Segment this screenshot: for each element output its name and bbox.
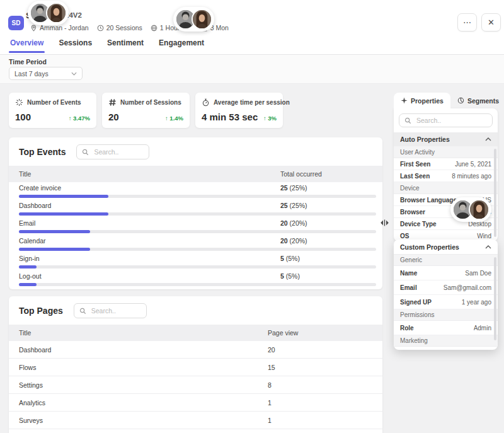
- sparkle-icon: [15, 98, 23, 107]
- property-group-header: Generic: [394, 255, 498, 266]
- properties-search-input[interactable]: [415, 116, 487, 125]
- property-group-header: User Activity: [394, 146, 498, 158]
- page-title: Surveys: [19, 417, 43, 424]
- search-icon: [82, 149, 89, 156]
- custom-properties-scrollbar[interactable]: [494, 257, 496, 340]
- property-label: Last Seen: [400, 173, 430, 180]
- panel-tab-label: Segments: [467, 97, 499, 105]
- top-pages-search: [74, 303, 147, 318]
- event-bar-track: [19, 230, 376, 233]
- event-bar-track: [19, 248, 376, 251]
- chevron-up-icon[interactable]: [485, 245, 491, 249]
- top-events-search-input[interactable]: [93, 147, 144, 156]
- stat-card-title: Average time per session: [214, 99, 290, 106]
- tab-overview[interactable]: Overview: [10, 38, 43, 53]
- table-row[interactable]: Settings8: [9, 376, 382, 394]
- custom-properties-header[interactable]: Custom Properties: [394, 240, 498, 255]
- sparkle-4-icon: [401, 97, 408, 104]
- property-row: Signed UP1 year ago: [394, 295, 498, 309]
- table-row[interactable]: Surveys1: [9, 412, 382, 429]
- table-row[interactable]: Dashboard20: [9, 341, 382, 359]
- property-label: Role: [400, 325, 414, 332]
- custom-properties-card: Custom Properties GenericNameSam DoeEmai…: [394, 240, 498, 350]
- time-period-label: Time Period: [9, 58, 47, 66]
- property-label: First Seen: [400, 161, 430, 168]
- close-button[interactable]: ✕: [481, 13, 501, 32]
- column-total-occurred: Total occurred: [280, 170, 322, 178]
- table-row[interactable]: Analytics1: [9, 394, 382, 412]
- table-row[interactable]: Flows15: [9, 359, 382, 376]
- property-label: Name: [400, 270, 417, 277]
- event-bar-fill: [19, 248, 90, 251]
- property-value: Sam Doe: [465, 270, 491, 277]
- time-period-value: Last 7 days: [14, 70, 49, 78]
- stopwatch-icon: [202, 98, 210, 107]
- stat-card-body: 100↑ 3.47%: [15, 112, 90, 122]
- stat-card-title: Number of Events: [27, 99, 81, 106]
- property-row: Marketing ChannelOrganic: [394, 347, 498, 350]
- tab-properties[interactable]: Properties: [394, 93, 450, 108]
- table-row[interactable]: Sign-in5 (5%): [9, 253, 382, 270]
- column-title: Title: [19, 170, 31, 178]
- event-count: 20 (20%): [280, 237, 307, 245]
- stat-card: Number of Sessions20↑ 1.4%: [102, 93, 190, 128]
- panel-resize-handle[interactable]: [379, 218, 390, 226]
- event-title: Calendar: [19, 237, 46, 245]
- page-title: Settings: [19, 381, 43, 389]
- page-view-count: 1: [268, 399, 272, 407]
- stat-card-value: 20: [108, 112, 119, 122]
- property-label: Device Type: [400, 221, 437, 228]
- event-bar-fill: [19, 283, 37, 286]
- stat-card-header: Number of Sessions: [108, 98, 183, 107]
- top-pages-table-header: Title Page view: [9, 325, 382, 341]
- top-pages-rows: Dashboard20Flows15Settings8Analytics1Sur…: [9, 341, 382, 433]
- time-period-select[interactable]: Last 7 days: [9, 67, 83, 80]
- segments-pie-icon: [457, 97, 464, 104]
- auto-properties-scrollbar[interactable]: [494, 149, 496, 237]
- page-title: Flows: [19, 364, 36, 371]
- chevron-up-icon[interactable]: [485, 137, 491, 141]
- top-pages-title: Top Pages: [19, 306, 63, 316]
- auto-properties-header[interactable]: Auto Properties: [394, 132, 498, 146]
- event-count: 5 (5%): [280, 272, 300, 280]
- stat-card: Average time per session4 min 53 sec↑ 3%: [195, 93, 283, 128]
- panel-tab-label: Properties: [411, 97, 444, 105]
- location-pin-icon: [30, 25, 37, 32]
- table-row[interactable]: Email20 (20%): [9, 217, 382, 235]
- event-bar-track: [19, 265, 376, 268]
- avatar-woman-photo: [192, 9, 212, 30]
- tab-engagement[interactable]: Engagement: [159, 38, 204, 53]
- user-initials-badge: SD: [8, 16, 24, 30]
- hash-icon: [108, 98, 117, 107]
- tab-sentiment[interactable]: Sentiment: [107, 38, 144, 53]
- presence-avatar-group: [173, 7, 214, 32]
- more-options-button[interactable]: ⋯: [457, 13, 477, 32]
- property-label: Browser Language: [400, 197, 457, 204]
- event-count: 5 (5%): [280, 255, 300, 262]
- property-group-header: Marketing: [394, 335, 498, 347]
- top-pages-search-input[interactable]: [90, 306, 141, 315]
- tab-segments[interactable]: Segments: [450, 93, 504, 108]
- table-row[interactable]: Log-out5 (5%): [9, 270, 382, 288]
- property-value: June 5, 2021: [455, 161, 491, 168]
- property-row: Last Seen8 minutes ago: [394, 170, 498, 182]
- stat-card-value: 4 min 53 sec: [202, 112, 258, 122]
- event-count: 25 (25%): [280, 202, 307, 209]
- globe-icon: [151, 25, 158, 32]
- stat-card-change: ↑ 3.47%: [69, 115, 90, 122]
- auto-properties-title: Auto Properties: [400, 136, 450, 143]
- avatar-woman-photo: [46, 3, 67, 23]
- properties-panel-tabs: PropertiesSegments: [394, 93, 504, 108]
- table-row[interactable]: Calendar20 (20%): [9, 235, 382, 253]
- table-row[interactable]: NPS1: [9, 429, 382, 433]
- page-view-count: 8: [268, 381, 272, 389]
- header-actions: ⋯ ✕: [457, 13, 501, 32]
- property-label: Signed UP: [400, 299, 432, 306]
- tab-sessions[interactable]: Sessions: [59, 38, 92, 53]
- table-row[interactable]: Create invoice25 (25%): [9, 182, 382, 200]
- property-value: Admin: [474, 325, 491, 332]
- stat-card-change: ↑ 1.4%: [165, 115, 183, 122]
- table-row[interactable]: Dashboard25 (25%): [9, 200, 382, 217]
- event-bar-track: [19, 212, 376, 216]
- event-bar-track: [19, 283, 376, 286]
